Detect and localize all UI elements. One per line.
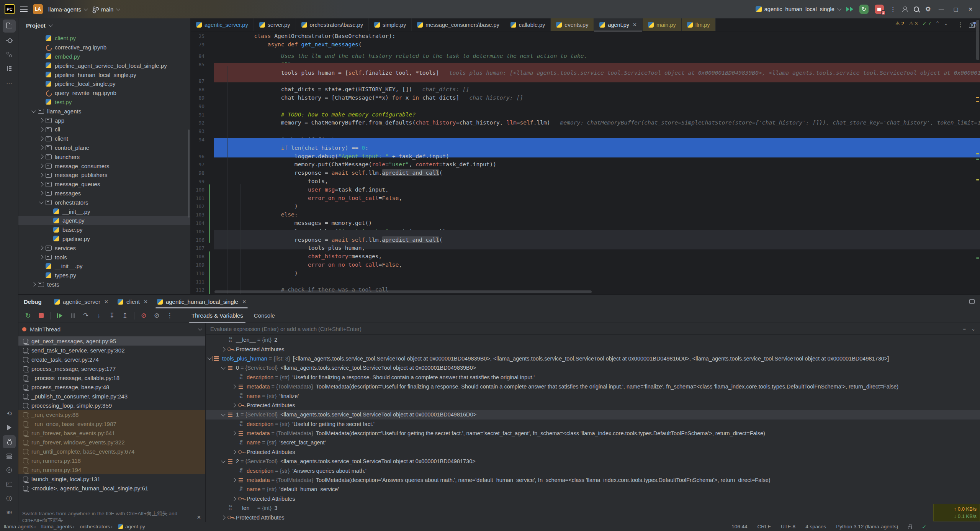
- settings-gear-icon[interactable]: ⚙: [925, 5, 931, 13]
- more-actions-icon[interactable]: ⋮: [890, 6, 896, 13]
- editor-gutter[interactable]: 97: [191, 161, 208, 167]
- stop-button[interactable]: 1: [875, 5, 884, 14]
- variable-row[interactable]: name = {str} 'default_human_service': [206, 485, 980, 494]
- editor-gutter[interactable]: 112: [191, 286, 208, 293]
- evaluate-expression-input[interactable]: Evaluate expression (Enter) or add a wat…: [206, 323, 980, 335]
- variable-row[interactable]: Protected Attributes: [206, 513, 980, 522]
- watches-options-icon[interactable]: ≡: [963, 326, 966, 332]
- project-selector[interactable]: llama-agents: [48, 6, 87, 13]
- stack-frame[interactable]: _publish_to_consumer, simple.py:243: [18, 392, 205, 401]
- project-tree-item[interactable]: pipeline_local_single.py: [18, 79, 190, 88]
- services-toolwindow-button[interactable]: [3, 449, 16, 462]
- editor-tab[interactable]: agent.py ✕: [594, 18, 643, 31]
- status-check-icon[interactable]: ✓: [922, 524, 926, 530]
- variable-chevron-icon[interactable]: [219, 516, 227, 519]
- editor-tab[interactable]: agentic_server.py: [191, 18, 254, 31]
- debug-view-tab[interactable]: Console: [249, 308, 280, 323]
- window-maximize-button[interactable]: ▢: [952, 6, 960, 12]
- run-configuration-selector[interactable]: agentic_human_local_single: [756, 6, 840, 12]
- project-tree-item[interactable]: types.py: [18, 271, 190, 280]
- variable-chevron-icon[interactable]: [219, 367, 227, 369]
- project-tree-item[interactable]: client.py: [18, 34, 190, 43]
- editor-gutter[interactable]: 103: [191, 211, 208, 218]
- project-tree-item[interactable]: pipeline.py: [18, 234, 190, 244]
- editor-gutter[interactable]: 93: [191, 128, 208, 134]
- project-tree-item[interactable]: pipeline_agent_service_tool_local_single…: [18, 61, 190, 70]
- toolbar-more-icon[interactable]: ⋮: [164, 310, 175, 321]
- tree-chevron-icon[interactable]: [38, 246, 45, 249]
- variable-row[interactable]: metadata = {ToolMetadata} ToolMetadata(d…: [206, 429, 980, 438]
- run-toolwindow-button[interactable]: [3, 421, 16, 434]
- main-menu-icon[interactable]: [20, 7, 28, 12]
- lock-icon[interactable]: [908, 526, 912, 529]
- rerun-debugger-button[interactable]: ↻: [22, 310, 34, 321]
- variable-row[interactable]: metadata = {ToolMetadata} ToolMetadata(d…: [206, 382, 980, 391]
- editor-tab[interactable]: message_consumers\base.py: [412, 18, 505, 31]
- project-tree-item[interactable]: embed.py: [18, 52, 190, 61]
- debug-toolwindow-button[interactable]: [3, 435, 16, 448]
- project-tree-item[interactable]: test.py: [18, 98, 190, 107]
- variable-chevron-icon[interactable]: [230, 479, 238, 482]
- variable-row[interactable]: description = {str} 'Useful for finalizi…: [206, 373, 980, 382]
- python-console-button[interactable]: ○: [3, 464, 16, 477]
- search-everywhere-icon[interactable]: [914, 7, 919, 12]
- variable-row[interactable]: description = {str} 'Useful for getting …: [206, 420, 980, 429]
- tree-chevron-icon[interactable]: [38, 146, 45, 149]
- window-minimize-button[interactable]: —: [937, 6, 946, 12]
- step-over-button[interactable]: ↷: [80, 310, 92, 321]
- variable-row[interactable]: name = {str} 'finalize': [206, 391, 980, 400]
- variable-chevron-icon[interactable]: [219, 414, 227, 416]
- editor-gutter[interactable]: 87: [191, 77, 208, 84]
- variable-row[interactable]: description = {str} 'Answers queries abo…: [206, 466, 980, 475]
- status-item[interactable]: Python 3.12 (llama-agents): [836, 524, 898, 529]
- prev-problem-icon[interactable]: ⌃: [936, 21, 939, 26]
- editor-gutter[interactable]: 102: [191, 203, 208, 209]
- variable-row[interactable]: __len__ = {int} 2: [206, 335, 980, 344]
- project-tree-item[interactable]: tools: [18, 252, 190, 262]
- status-item[interactable]: CRLF: [757, 524, 771, 529]
- step-out-button[interactable]: ↥: [119, 310, 131, 321]
- problems-toolwindow-button[interactable]: !: [3, 492, 16, 505]
- status-item[interactable]: 106:44: [731, 524, 747, 529]
- editor-tab[interactable]: simple.py: [369, 18, 412, 31]
- stack-frame[interactable]: get_next_messages, agent.py:95: [18, 336, 205, 346]
- tab-close-icon[interactable]: ✕: [242, 299, 246, 305]
- project-tree-item[interactable]: services: [18, 243, 190, 252]
- tree-chevron-icon[interactable]: [38, 183, 45, 186]
- editor-gutter[interactable]: 88: [191, 86, 208, 92]
- tree-chevron-icon[interactable]: [38, 119, 45, 122]
- project-tree-item[interactable]: base.py: [18, 225, 190, 234]
- tree-chevron-icon[interactable]: [38, 256, 45, 259]
- editor-gutter[interactable]: 85: [191, 61, 208, 67]
- editor-gutter[interactable]: 79: [191, 41, 208, 48]
- variable-chevron-icon[interactable]: [230, 432, 238, 435]
- terminal-toolwindow-button[interactable]: [3, 478, 16, 491]
- editor-options-icon[interactable]: ⋮: [957, 21, 964, 28]
- stack-frame[interactable]: run, runners.py:118: [18, 456, 205, 465]
- resume-program-button[interactable]: [54, 310, 65, 321]
- debug-session-tab[interactable]: client ✕: [113, 295, 152, 308]
- stack-frame[interactable]: create_task, server.py:274: [18, 355, 205, 364]
- tree-chevron-icon[interactable]: [38, 202, 45, 203]
- breadcrumb-item[interactable]: llama_agents: [33, 524, 72, 529]
- tree-chevron-icon[interactable]: [30, 110, 38, 112]
- project-scrollbar[interactable]: [188, 129, 190, 218]
- project-tree-item[interactable]: cli: [18, 125, 190, 134]
- vertical-scrollbar[interactable]: [976, 20, 979, 60]
- breadcrumb-item[interactable]: orchestrators: [72, 524, 110, 529]
- project-tree-item[interactable]: llama_agents: [18, 107, 190, 116]
- tab-close-icon[interactable]: ✕: [633, 22, 637, 28]
- variable-row[interactable]: Protected Attributes: [206, 447, 980, 457]
- chevron-down-icon[interactable]: ⌄: [971, 326, 975, 332]
- editor-gutter[interactable]: 94: [191, 136, 208, 143]
- mute-breakpoints-button[interactable]: ⊘: [151, 310, 162, 321]
- editor-tab[interactable]: callable.py: [505, 18, 551, 31]
- editor-gutter[interactable]: 86: [191, 69, 208, 76]
- pause-program-button[interactable]: [67, 310, 79, 321]
- stack-frame[interactable]: launch_single, local.py:131: [18, 474, 205, 483]
- stack-frame[interactable]: <module>, agentic_human_local_single.py:…: [18, 483, 205, 493]
- editor-gutter[interactable]: 101: [191, 195, 208, 201]
- variable-row[interactable]: Protected Attributes: [206, 401, 980, 410]
- project-tree-item[interactable]: control_plane: [18, 143, 190, 152]
- tree-chevron-icon[interactable]: [38, 137, 45, 140]
